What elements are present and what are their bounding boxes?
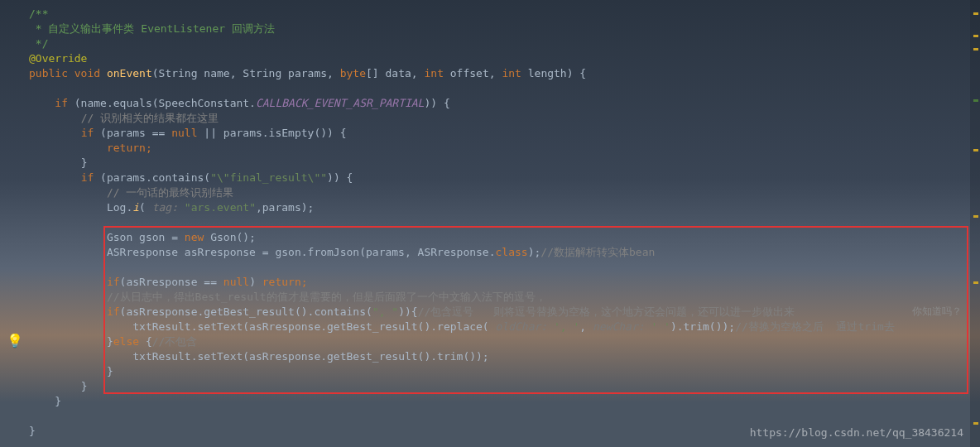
warning-marker[interactable] [973, 215, 978, 218]
warning-marker[interactable] [973, 281, 978, 284]
code-line: * 自定义输出事件类 EventListener 回调方法 [29, 22, 980, 36]
code-line [29, 215, 980, 230]
code-line: // 识别相关的结果都在这里 [29, 111, 980, 126]
info-marker[interactable] [973, 99, 978, 102]
code-line: if(asRresponse.getBest_result().contains… [29, 305, 980, 320]
code-line: return; [29, 141, 980, 156]
code-line: txtResult.setText(asRresponse.getBest_re… [29, 320, 980, 334]
code-line: txtResult.setText(asRresponse.getBest_re… [29, 349, 980, 364]
code-line: } [29, 379, 980, 394]
intention-bulb-icon[interactable]: 💡 [7, 333, 23, 348]
code-line: // 一句话的最终识别结果 [29, 185, 980, 200]
tooltip-text: 你知道吗？ [912, 305, 962, 319]
code-line [29, 409, 980, 424]
code-line: */ [29, 36, 980, 51]
error-stripe[interactable] [970, 0, 980, 447]
code-line: } [29, 156, 980, 171]
code-line: Gson gson = new Gson(); [29, 230, 980, 245]
code-editor[interactable]: 💡 /** * 自定义输出事件类 EventListener 回调方法 */ @… [0, 0, 980, 447]
code-line: ASRresponse asRresponse = gson.fromJson(… [29, 245, 980, 260]
warning-marker[interactable] [973, 149, 978, 151]
code-line: }else {//不包含 [29, 334, 980, 349]
code-line: Log.i( tag: "ars.event",params); [29, 200, 980, 215]
warning-marker[interactable] [973, 12, 978, 15]
code-line [29, 260, 980, 275]
code-line: } [29, 394, 980, 409]
watermark-text: https://blog.csdn.net/qq_38436214 [750, 426, 963, 439]
code-line: public void onEvent(String name, String … [29, 66, 980, 81]
warning-marker[interactable] [973, 35, 978, 37]
editor-gutter: 💡 [0, 0, 21, 447]
code-line: @Override [29, 51, 980, 66]
code-line: if (params == null || params.isEmpty()) … [29, 126, 980, 141]
warning-marker[interactable] [973, 48, 978, 50]
warning-marker[interactable] [973, 422, 978, 425]
code-line: if (name.equals(SpeechConstant.CALLBACK_… [29, 96, 980, 111]
code-line [29, 81, 980, 96]
code-line: //从日志中，得出Best_result的值才是需要的，但是后面跟了一个中文输入… [29, 290, 980, 305]
code-line: /** [29, 7, 980, 22]
code-line: } [29, 364, 980, 379]
code-line: if(asRresponse == null) return; [29, 275, 980, 290]
code-line: if (params.contains("\"final_result\""))… [29, 171, 980, 185]
